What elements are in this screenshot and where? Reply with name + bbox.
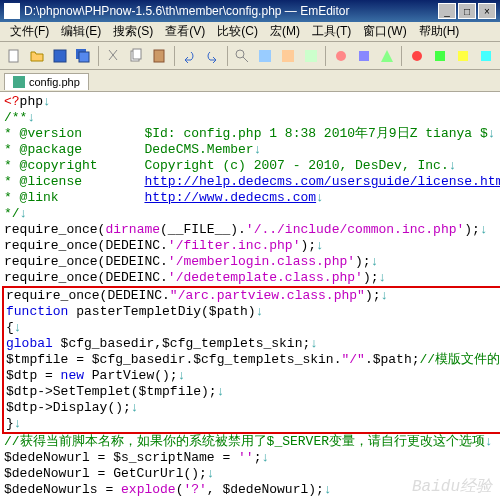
separator <box>174 46 175 66</box>
svg-point-7 <box>236 50 244 58</box>
new-button[interactable] <box>4 45 25 67</box>
menu-search[interactable]: 搜索(S) <box>107 21 159 42</box>
paste-button[interactable] <box>149 45 170 67</box>
menu-file[interactable]: 文件(F) <box>4 21 55 42</box>
maximize-button[interactable]: □ <box>458 3 476 19</box>
svg-rect-3 <box>79 52 89 62</box>
svg-rect-12 <box>359 51 369 61</box>
tool-button[interactable] <box>429 45 450 67</box>
svg-rect-1 <box>54 50 66 62</box>
watermark: Baidu经验 <box>412 479 492 495</box>
open-button[interactable] <box>27 45 48 67</box>
tool-button[interactable] <box>452 45 473 67</box>
copy-button[interactable] <box>126 45 147 67</box>
minimize-button[interactable]: _ <box>438 3 456 19</box>
tab-config[interactable]: config.php <box>4 73 89 90</box>
save-button[interactable] <box>50 45 71 67</box>
svg-rect-10 <box>305 50 317 62</box>
menu-help[interactable]: 帮助(H) <box>413 21 466 42</box>
find-button[interactable] <box>232 45 253 67</box>
tool-button[interactable] <box>475 45 496 67</box>
tool-button[interactable] <box>353 45 374 67</box>
menu-tools[interactable]: 工具(T) <box>306 21 357 42</box>
tool-button[interactable] <box>376 45 397 67</box>
separator <box>325 46 326 66</box>
menu-view[interactable]: 查看(V) <box>159 21 211 42</box>
tool-button[interactable] <box>278 45 299 67</box>
cut-button[interactable] <box>103 45 124 67</box>
highlighted-code-block: require_once(DEDEINC."/arc.partview.clas… <box>2 286 500 434</box>
close-button[interactable]: × <box>478 3 496 19</box>
svg-point-11 <box>336 51 346 61</box>
menu-window[interactable]: 窗口(W) <box>357 21 412 42</box>
menubar: 文件(F) 编辑(E) 搜索(S) 查看(V) 比较(C) 宏(M) 工具(T)… <box>0 22 500 42</box>
svg-rect-6 <box>154 50 164 62</box>
app-icon <box>4 3 20 19</box>
separator <box>98 46 99 66</box>
saveall-button[interactable] <box>73 45 94 67</box>
svg-rect-16 <box>481 51 491 61</box>
svg-point-13 <box>412 51 422 61</box>
separator <box>401 46 402 66</box>
tool-button[interactable] <box>300 45 321 67</box>
svg-rect-5 <box>133 49 141 59</box>
tool-button[interactable] <box>330 45 351 67</box>
tool-button[interactable] <box>406 45 427 67</box>
svg-rect-14 <box>435 51 445 61</box>
redo-button[interactable] <box>202 45 223 67</box>
separator <box>227 46 228 66</box>
svg-rect-9 <box>282 50 294 62</box>
menu-compare[interactable]: 比较(C) <box>211 21 264 42</box>
editor[interactable]: <?php↓ /**↓ * @version $Id: config.php 1… <box>0 92 500 503</box>
window-title: D:\phpnow\PHPnow-1.5.6\th\member\config.… <box>24 4 436 18</box>
menu-edit[interactable]: 编辑(E) <box>55 21 107 42</box>
tab-label: config.php <box>29 76 80 88</box>
menu-macro[interactable]: 宏(M) <box>264 21 306 42</box>
tool-button[interactable] <box>255 45 276 67</box>
svg-rect-8 <box>259 50 271 62</box>
tabbar: config.php <box>0 70 500 92</box>
svg-rect-0 <box>9 50 18 62</box>
toolbar <box>0 42 500 70</box>
undo-button[interactable] <box>179 45 200 67</box>
file-icon <box>13 76 25 88</box>
svg-rect-15 <box>458 51 468 61</box>
titlebar: D:\phpnow\PHPnow-1.5.6\th\member\config.… <box>0 0 500 22</box>
